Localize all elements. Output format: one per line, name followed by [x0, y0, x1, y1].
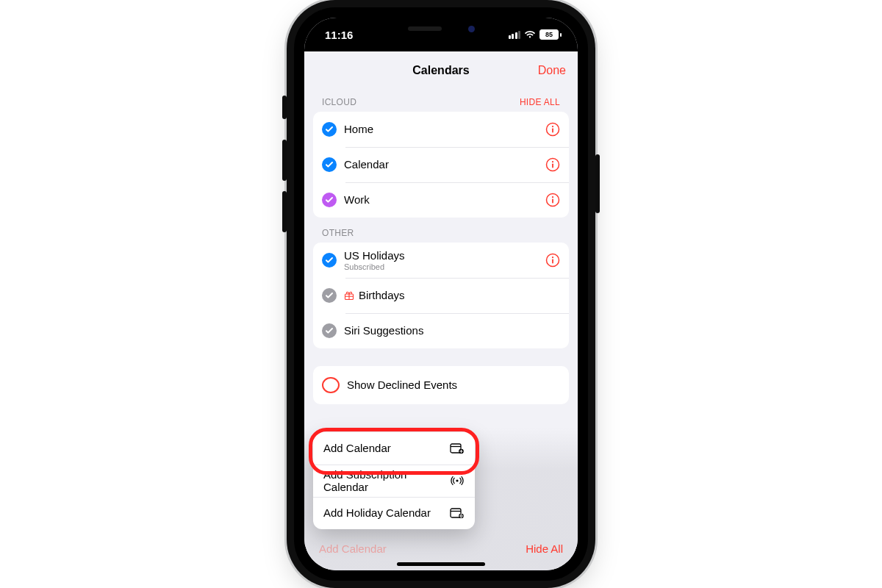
checkmark-icon	[322, 323, 337, 338]
menu-item-add-calendar[interactable]: Add Calendar	[313, 432, 475, 465]
bottom-toolbar: Add Calendar Hide All	[313, 534, 569, 563]
calendar-add-icon	[450, 442, 465, 454]
unchecked-circle-icon	[322, 377, 340, 393]
menu-label: Add Holiday Calendar	[323, 506, 431, 519]
checkmark-icon	[322, 193, 337, 207]
info-icon[interactable]	[545, 122, 560, 137]
icloud-group: Home Calendar Work	[313, 112, 569, 218]
calendar-sublabel: Subscribed	[344, 262, 538, 271]
calendar-globe-icon	[450, 507, 465, 519]
volume-up-button	[282, 140, 287, 181]
calendar-label: Work	[344, 193, 538, 207]
hide-all-icloud-button[interactable]: HIDE ALL	[520, 97, 560, 107]
cellular-signal-icon	[509, 31, 521, 39]
other-group: US Holidays Subscribed Birthdays	[313, 243, 569, 348]
calendar-row-us-holidays[interactable]: US Holidays Subscribed	[313, 243, 569, 278]
calendar-label: Calendar	[344, 158, 538, 171]
menu-item-add-subscription[interactable]: Add Subscription Calendar	[313, 465, 475, 497]
section-header-icloud: ICLOUD HIDE ALL	[313, 87, 569, 112]
front-camera	[468, 26, 475, 32]
status-right: 85	[509, 29, 562, 40]
svg-rect-8	[552, 198, 553, 203]
svg-rect-5	[552, 163, 553, 168]
checkmark-icon	[322, 122, 337, 137]
section-title-icloud: ICLOUD	[322, 97, 356, 107]
svg-point-1	[552, 126, 553, 127]
svg-point-10	[552, 257, 553, 258]
sheet-header: Calendars Done	[304, 54, 578, 87]
hide-all-button[interactable]: Hide All	[526, 542, 563, 555]
svg-rect-11	[552, 259, 553, 263]
sheet-title: Calendars	[412, 64, 469, 77]
wifi-icon	[524, 30, 536, 39]
calendar-label: Birthdays	[359, 289, 560, 302]
checkmark-icon	[322, 157, 337, 172]
menu-label: Add Calendar	[323, 442, 391, 454]
battery-level: 85	[539, 29, 559, 40]
menu-item-add-holiday[interactable]: Add Holiday Calendar	[313, 497, 475, 529]
status-time: 11:16	[325, 29, 353, 41]
screen: 11:16 85 Calendars Done	[304, 18, 578, 570]
svg-rect-2	[552, 128, 553, 132]
speaker-grille	[408, 26, 442, 31]
mute-switch	[282, 96, 287, 119]
calendar-row-calendar[interactable]: Calendar	[313, 147, 569, 182]
gift-icon	[344, 290, 354, 301]
info-icon[interactable]	[545, 193, 560, 207]
info-icon[interactable]	[545, 253, 560, 268]
calendar-row-birthdays[interactable]: Birthdays	[313, 278, 569, 313]
info-icon[interactable]	[545, 157, 560, 172]
home-indicator[interactable]	[397, 562, 485, 566]
battery-indicator: 85	[539, 29, 562, 40]
calendar-label: Siri Suggestions	[344, 324, 560, 337]
calendars-sheet: Calendars Done ICLOUD HIDE ALL Home	[304, 54, 578, 570]
calendar-row-siri[interactable]: Siri Suggestions	[313, 313, 569, 348]
checkmark-icon	[322, 253, 337, 268]
checkmark-icon	[322, 288, 337, 303]
volume-down-button	[282, 191, 287, 232]
section-header-other: OTHER	[313, 218, 569, 243]
broadcast-icon	[450, 475, 465, 487]
menu-label: Add Subscription Calendar	[323, 468, 434, 494]
calendar-label: Home	[344, 123, 538, 136]
calendar-label: US Holidays	[344, 249, 538, 262]
notch	[379, 18, 503, 40]
done-button[interactable]: Done	[538, 54, 566, 87]
add-calendar-menu: Add Calendar Add Subscription Calendar	[313, 432, 475, 529]
section-title-other: OTHER	[322, 228, 354, 238]
svg-point-15	[456, 479, 458, 481]
declined-label: Show Declined Events	[347, 379, 560, 392]
declined-group: Show Declined Events	[313, 366, 569, 404]
iphone-frame: 11:16 85 Calendars Done	[294, 7, 588, 581]
svg-point-7	[552, 196, 553, 198]
calendar-row-work[interactable]: Work	[313, 182, 569, 218]
show-declined-row[interactable]: Show Declined Events	[313, 366, 569, 404]
side-button	[595, 154, 600, 213]
add-calendar-button[interactable]: Add Calendar	[319, 542, 387, 555]
calendar-row-home[interactable]: Home	[313, 112, 569, 147]
svg-point-4	[552, 161, 553, 162]
